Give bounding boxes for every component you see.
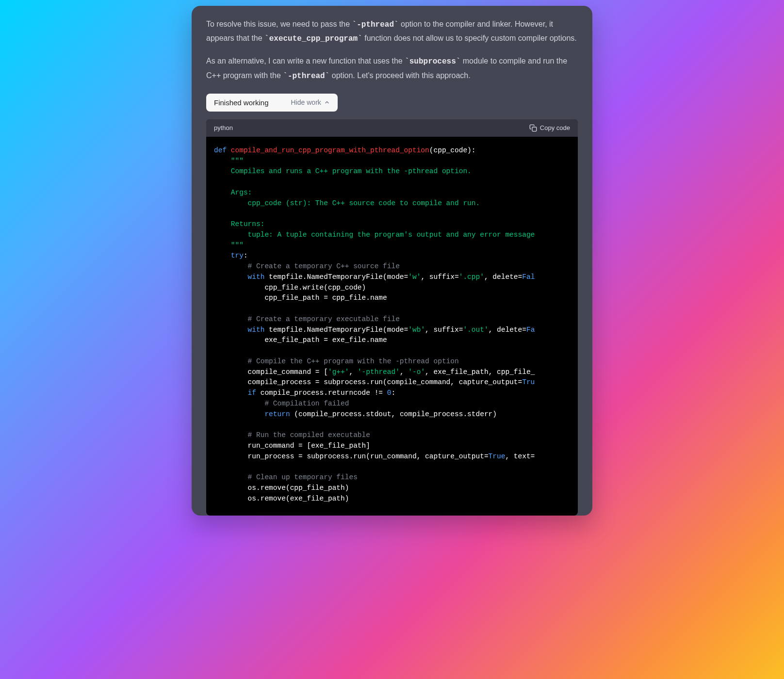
- text: As an alternative, I can write a new fun…: [206, 57, 405, 65]
- text: os.remove(exe_file_path): [214, 495, 349, 502]
- inline-code-exec: `execute_cpp_program`: [264, 34, 362, 43]
- inline-code-pthread: `-pthread`: [352, 20, 399, 29]
- comment: # Run the compiled executable: [214, 431, 370, 439]
- bool: Fal: [522, 273, 535, 281]
- text: tempfile.NamedTemporaryFile(mode=: [264, 326, 408, 334]
- text: compile_process = subprocess.run(compile…: [214, 378, 522, 386]
- inline-code-pthread-2: `-pthread`: [283, 72, 329, 81]
- text: ,: [349, 368, 357, 376]
- assistant-prose: To resolve this issue, we need to pass t…: [206, 17, 578, 83]
- comment: # Compile the C++ program with the -pthr…: [214, 357, 459, 365]
- text: ,: [400, 368, 408, 376]
- text: run_command = [exe_file_path]: [214, 442, 370, 450]
- inline-code-subprocess: `subprocess`: [405, 57, 460, 66]
- bool: True: [489, 453, 506, 460]
- bool: Tru: [522, 378, 535, 386]
- str: 'g++': [328, 368, 349, 376]
- kw-if: if: [214, 389, 256, 397]
- kw-with: with: [214, 273, 264, 281]
- chevron-up-icon: [324, 99, 330, 105]
- str: '-pthread': [358, 368, 400, 376]
- text: , text=: [505, 453, 535, 460]
- text: , suffix=: [425, 326, 463, 334]
- work-status-label: Finished working: [214, 98, 269, 107]
- docstring: Returns:: [214, 220, 264, 228]
- text: cpp_file.write(cpp_code): [214, 284, 366, 291]
- fn-name: compile_and_run_cpp_program_with_pthread…: [227, 146, 429, 154]
- docstring: """: [214, 157, 244, 165]
- hide-work-toggle[interactable]: Hide work: [291, 98, 330, 106]
- text: , suffix=: [421, 273, 458, 281]
- comment: # Create a temporary C++ source file: [214, 262, 400, 270]
- kw-try: try: [214, 252, 244, 259]
- docstring: """: [214, 242, 244, 249]
- paragraph-1: To resolve this issue, we need to pass t…: [206, 17, 578, 46]
- bool: Fa: [526, 326, 535, 334]
- kw-def: def: [214, 146, 227, 154]
- str: 'w': [408, 273, 421, 281]
- code-language-label: python: [214, 124, 233, 131]
- text: os.remove(cpp_file_path): [214, 484, 349, 492]
- svg-rect-0: [532, 127, 537, 131]
- text: compile_process.returncode !=: [256, 389, 387, 397]
- text: , delete=: [484, 273, 522, 281]
- docstring: Compiles and runs a C++ program with the…: [214, 167, 472, 175]
- text: option. Let's proceed with this approach…: [329, 71, 470, 80]
- text: :: [244, 252, 248, 259]
- text: exe_file_path = exe_file.name: [214, 336, 387, 344]
- card-inner: To resolve this issue, we need to pass t…: [192, 6, 592, 516]
- code-body[interactable]: def compile_and_run_cpp_program_with_pth…: [206, 137, 578, 516]
- clipboard-icon: [529, 124, 537, 132]
- comment: # Create a temporary executable file: [214, 315, 400, 323]
- str: '.out': [463, 326, 488, 334]
- comment: # Compilation failed: [214, 400, 349, 407]
- docstring: cpp_code (str): The C++ source code to c…: [214, 199, 480, 207]
- str: 'wb': [408, 326, 425, 334]
- work-status-pill[interactable]: Finished working Hide work: [206, 94, 338, 112]
- text: :: [391, 389, 395, 397]
- text: , delete=: [489, 326, 526, 334]
- text: cpp_file_path = cpp_file.name: [214, 294, 387, 302]
- hide-work-label: Hide work: [291, 98, 321, 106]
- code-block: python Copy code def compile_and_run_cpp…: [206, 119, 578, 516]
- text: To resolve this issue, we need to pass t…: [206, 20, 352, 28]
- text: , exe_file_path, cpp_file_: [425, 368, 535, 376]
- chat-message-card: To resolve this issue, we need to pass t…: [192, 6, 592, 516]
- str: '-o': [408, 368, 425, 376]
- text: (compile_process.stdout, compile_process…: [290, 410, 497, 418]
- str: '.cpp': [459, 273, 484, 281]
- kw-with: with: [214, 326, 264, 334]
- docstring: tuple: A tuple containing the program's …: [214, 231, 535, 239]
- comment: # Clean up temporary files: [214, 473, 358, 481]
- text: run_process = subprocess.run(run_command…: [214, 453, 489, 460]
- text: tempfile.NamedTemporaryFile(mode=: [264, 273, 408, 281]
- text: (cpp_code):: [429, 146, 476, 154]
- text: function does not allow us to specify cu…: [362, 34, 577, 42]
- paragraph-2: As an alternative, I can write a new fun…: [206, 54, 578, 82]
- text: compile_command = [: [214, 368, 328, 376]
- kw-return: return: [214, 410, 290, 418]
- code-header: python Copy code: [206, 119, 578, 137]
- copy-code-label: Copy code: [540, 124, 570, 131]
- docstring: Args:: [214, 189, 252, 196]
- copy-code-button[interactable]: Copy code: [529, 124, 570, 132]
